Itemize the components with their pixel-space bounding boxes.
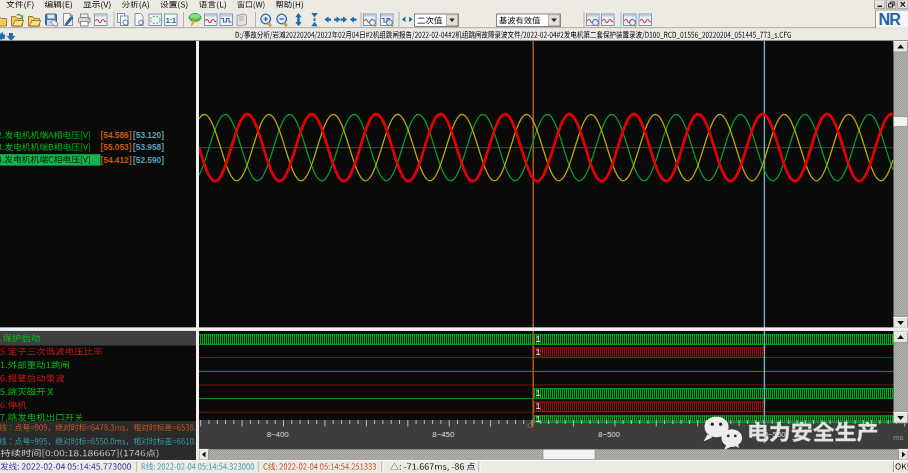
svg-text:8~400: 8~400 — [267, 430, 290, 439]
svg-text:1: 1 — [536, 347, 541, 357]
svg-text:[55.053]: [55.053] — [101, 143, 132, 152]
svg-text:[53.120]: [53.120] — [133, 131, 164, 140]
svg-text:1: 1 — [536, 334, 541, 344]
svg-text:1: 1 — [536, 401, 541, 411]
svg-text:8~500: 8~500 — [598, 430, 621, 439]
svg-text:ms: ms — [893, 433, 903, 442]
svg-text:8~450: 8~450 — [432, 430, 455, 439]
svg-text:1: 1 — [536, 388, 541, 398]
svg-text:C: C — [527, 421, 533, 430]
svg-text:1:1: 1:1 — [166, 17, 176, 24]
svg-text:[53.958]: [53.958] — [133, 143, 164, 152]
svg-text:NR: NR — [879, 11, 902, 28]
svg-text:[54.412]: [54.412] — [101, 156, 132, 165]
svg-text:[52.590]: [52.590] — [133, 156, 164, 165]
svg-text:[54.586]: [54.586] — [101, 131, 132, 140]
